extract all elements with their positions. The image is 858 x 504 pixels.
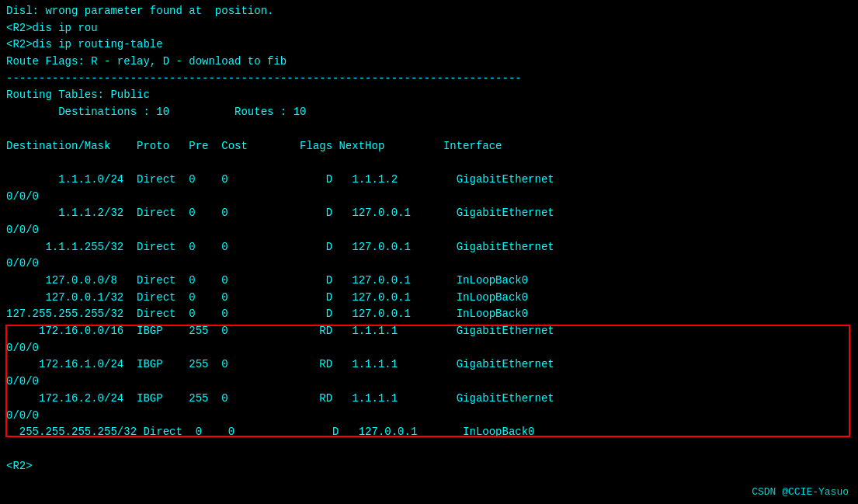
line-3: <R2>dis ip routing-table xyxy=(6,36,852,54)
line-13: 1.1.1.255/32 Direct 0 0 D 127.0.0.1 Giga… xyxy=(6,239,852,256)
line-21 xyxy=(6,441,852,458)
line-20: 255.255.255.255/32 Direct 0 0 D 127.0.0.… xyxy=(6,424,852,441)
line-15: 127.0.0.1/32 Direct 0 0 D 127.0.0.1 InLo… xyxy=(6,290,852,307)
line-8 xyxy=(6,121,852,138)
line-10 xyxy=(6,155,852,172)
line-11: 1.1.1.0/24 Direct 0 0 D 1.1.1.2 GigabitE… xyxy=(6,172,852,189)
line-11b: 0/0/0 xyxy=(6,189,852,206)
line-9-header: Destination/Mask Proto Pre Cost Flags Ne… xyxy=(6,138,852,155)
line-1: Disl: wrong parameter found at position. xyxy=(6,3,852,20)
line-22-prompt: <R2> xyxy=(6,458,852,475)
line-12: 1.1.1.2/32 Direct 0 0 D 127.0.0.1 Gigabi… xyxy=(6,205,852,222)
line-5: ----------------------------------------… xyxy=(6,71,852,88)
line-12b: 0/0/0 xyxy=(6,222,852,239)
line-17-ibgp1: 172.16.0.0/16 IBGP 255 0 RD 1.1.1.1 Giga… xyxy=(6,323,852,340)
line-18b: 0/0/0 xyxy=(6,374,852,391)
line-2: <R2>dis ip rou xyxy=(6,20,852,37)
line-14: 127.0.0.0/8 Direct 0 0 D 127.0.0.1 InLoo… xyxy=(6,273,852,290)
line-16: 127.255.255.255/32 Direct 0 0 D 127.0.0.… xyxy=(6,306,852,323)
watermark: CSDN @CCIE-Yasuo xyxy=(752,486,849,498)
line-19-ibgp3: 172.16.2.0/24 IBGP 255 0 RD 1.1.1.1 Giga… xyxy=(6,391,852,408)
terminal: Disl: wrong parameter found at position.… xyxy=(0,0,858,504)
line-17b: 0/0/0 xyxy=(6,340,852,357)
line-4: Route Flags: R - relay, D - download to … xyxy=(6,54,852,71)
line-6: Routing Tables: Public xyxy=(6,87,852,104)
line-13b: 0/0/0 xyxy=(6,255,852,273)
line-18-ibgp2: 172.16.1.0/24 IBGP 255 0 RD 1.1.1.1 Giga… xyxy=(6,356,852,374)
line-19b: 0/0/0 xyxy=(6,408,852,425)
line-7: Destinations : 10 Routes : 10 xyxy=(6,104,852,121)
